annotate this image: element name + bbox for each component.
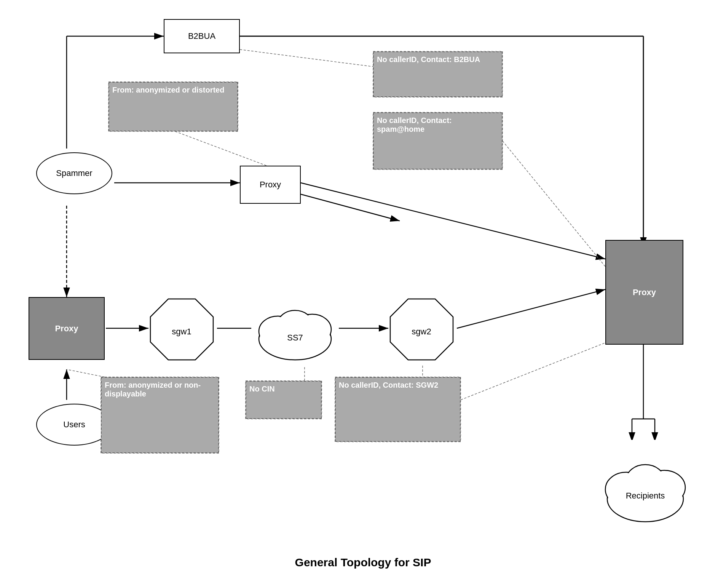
- proxy-top-node: Proxy: [240, 166, 301, 204]
- svg-line-34: [240, 50, 373, 67]
- annotation-anon-top: From: anonymized or distorted: [109, 82, 238, 131]
- diagram-title: General Topology for SIP: [0, 548, 726, 569]
- annotation-no-callerid-sgw2: No callerID, Contact: SGW2: [335, 377, 461, 442]
- users-label: Users: [63, 420, 85, 430]
- svg-line-33: [461, 343, 605, 400]
- svg-text:Recipients: Recipients: [626, 491, 665, 500]
- svg-point-55: [627, 465, 664, 494]
- diagram-title-text: General Topology for SIP: [295, 556, 431, 569]
- svg-line-15: [457, 289, 605, 328]
- annotation-no-callerid-b2bua: No callerID, Contact: B2BUA: [373, 51, 503, 97]
- svg-line-28: [67, 369, 105, 377]
- annotation-anon-top-text: From: anonymized or distorted: [112, 86, 224, 94]
- annotation-no-callerid-spam-text: No callerID, Contact: spam@home: [377, 116, 452, 133]
- b2bua-node: B2BUA: [164, 19, 240, 53]
- spammer-label: Spammer: [56, 168, 92, 178]
- proxy-top-label: Proxy: [260, 180, 281, 190]
- annotation-no-callerid-spam: No callerID, Contact: spam@home: [373, 112, 503, 169]
- proxy-right-label: Proxy: [633, 288, 656, 297]
- b2bua-label: B2BUA: [188, 31, 215, 41]
- annotation-anon-bottom-text: From: anonymized or non-displayable: [105, 381, 201, 398]
- annotation-no-cin: No CIN: [246, 381, 322, 419]
- svg-text:sgw1: sgw1: [172, 327, 191, 336]
- annotation-no-cin-text: No CIN: [249, 385, 275, 393]
- svg-line-26: [503, 141, 605, 267]
- annotation-no-callerid-b2bua-text: No callerID, Contact: B2BUA: [377, 55, 480, 64]
- spammer-node: Spammer: [36, 152, 112, 194]
- diagram-container: B2BUA Spammer Proxy Proxy sgw1: [0, 0, 726, 548]
- proxy-left-node: Proxy: [29, 297, 105, 360]
- svg-text:sgw2: sgw2: [412, 327, 431, 336]
- annotation-no-callerid-sgw2-text: No callerID, Contact: SGW2: [339, 381, 438, 389]
- svg-text:SS7: SS7: [287, 333, 303, 342]
- svg-line-10: [301, 194, 400, 221]
- annotation-anon-bottom: From: anonymized or non-displayable: [101, 377, 219, 453]
- sgw1-node: sgw1: [148, 297, 215, 362]
- svg-line-23: [175, 131, 266, 166]
- proxy-left-label: Proxy: [55, 324, 78, 334]
- sgw2-node: sgw2: [388, 297, 455, 362]
- recipients-node: Recipients: [598, 440, 693, 527]
- proxy-right-node: Proxy: [605, 240, 683, 345]
- svg-line-16: [301, 183, 605, 259]
- ss7-node: SS7: [251, 289, 339, 366]
